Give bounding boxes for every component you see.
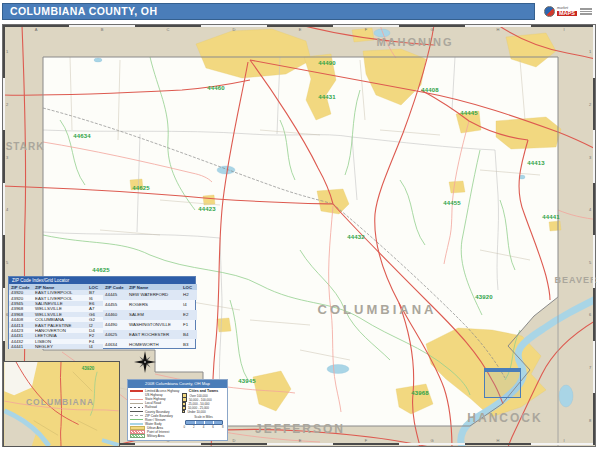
- grid-row-number: 5: [589, 259, 591, 264]
- grid-row-number: 2: [6, 101, 8, 106]
- city-symbol: [182, 410, 185, 413]
- city-population-classes: Over 100,00050,000 - 100,00025,000 - 50,…: [182, 394, 225, 413]
- zip-code-label: 44408: [421, 87, 439, 93]
- grid-row-number: 1: [6, 49, 8, 54]
- sthwy-swatch: [130, 398, 143, 401]
- zip-index-cell: 44445: [103, 290, 127, 300]
- marketmaps-logo: market MAPS: [544, 2, 598, 21]
- grid-column-letter: H: [497, 438, 500, 443]
- zip-index-cell: I4: [181, 300, 197, 310]
- local-swatch: [130, 402, 143, 405]
- zip-index-row: 43920EAST LIVERPOOLI6: [9, 295, 103, 300]
- grid-column-letter: H: [497, 27, 500, 32]
- grid-row-number: 1: [589, 49, 591, 54]
- grid-row-number: 3: [6, 154, 8, 159]
- scale-number: 0: [184, 425, 186, 429]
- legend-item-label: Military Area: [147, 434, 165, 438]
- interstate-swatch: [130, 390, 143, 393]
- compass-rose: [132, 349, 158, 375]
- zip-index-cell: 44455: [103, 300, 127, 310]
- zip-code-label: 43968: [411, 390, 429, 396]
- grid-column-letter: D: [233, 438, 236, 443]
- city-class-row: Under 10,000: [182, 410, 225, 414]
- zip-index-header-cell: ZIP Code: [9, 284, 33, 290]
- neatline-right: [593, 25, 595, 445]
- zip-index-cell: I4: [87, 344, 103, 349]
- grid-row-number: 6: [589, 312, 591, 317]
- zip-index-row: 44431LEETONIAF2: [9, 333, 103, 338]
- grid-column-letter: I: [563, 438, 564, 443]
- grid-row-number: 3: [589, 154, 591, 159]
- zip-code-label: 44455: [443, 200, 461, 206]
- zip-code-label: 44441: [542, 214, 560, 220]
- zip-index-row: 44634HOMEWORTHB3: [103, 339, 197, 349]
- grid-column-letter: E: [299, 27, 302, 32]
- zip-index-cell: H2: [181, 290, 197, 300]
- county-name-label: BEAVER: [555, 275, 598, 285]
- inset-map: COLUMBIANA 43920: [3, 361, 120, 447]
- zip-index-cell: 44441: [9, 344, 33, 349]
- county-name-label: STARK: [6, 141, 45, 152]
- grid-column-letter: A: [35, 27, 38, 32]
- legend-symbol-list: Limited Access HighwayUS HighwayState Hi…: [130, 389, 182, 438]
- zip-index-row: 44441NEGLEYI4: [9, 344, 103, 349]
- grid-row-number: 2: [589, 101, 591, 106]
- zip-index-cell: E2: [181, 310, 197, 320]
- zip-index-header-cell: ZIP Code: [103, 284, 127, 290]
- zip-index-row: 43968WELLSVILLEG6: [9, 312, 103, 317]
- globe-icon: [544, 6, 555, 17]
- zip-index-cell: 44634: [103, 339, 127, 349]
- zip-index-table: ZIP Code Index/Grid Locator ZIP CodeZIP …: [8, 276, 196, 349]
- zip-index-row: 43920EAST LIVERPOOLB7: [9, 290, 103, 295]
- logo-text: market MAPS: [557, 7, 577, 16]
- zip-index-cell: NEW WATERFORD: [127, 290, 181, 300]
- zip-index-cell: F1: [181, 320, 197, 330]
- scale-numbers: 02468: [184, 425, 224, 429]
- inset-extent-indicator: [484, 368, 521, 398]
- zip-index-cell: ROGERS: [127, 300, 181, 310]
- scale-title: Scale in Miles: [182, 415, 225, 419]
- zip-index-row: 44625EAST ROCHESTERB4: [103, 330, 197, 340]
- inset-zip-label: 43920: [82, 366, 95, 371]
- grid-column-letter: E: [299, 438, 302, 443]
- zip-code-label: 44413: [527, 160, 545, 166]
- zip-index-cell: B4: [181, 330, 197, 340]
- zip-code-label: 43945: [238, 378, 256, 384]
- scale-number: 6: [212, 425, 214, 429]
- zip-index-row: 44413EAST PALESTINEI2: [9, 322, 103, 327]
- zip-index-row: 44460SALEME2: [103, 310, 197, 320]
- ushwy-swatch: [130, 394, 143, 397]
- grid-column-letter: F: [365, 27, 367, 32]
- zip-code-label: 44625: [132, 185, 150, 191]
- page-title: COLUMBIANA COUNTY, OH: [3, 4, 534, 19]
- scale-number: 4: [203, 425, 205, 429]
- grid-column-letter: D: [233, 27, 236, 32]
- map-legend: 2008 Columbiana County, OH Map Limited A…: [127, 379, 228, 441]
- grid-column-letter: G: [430, 27, 433, 32]
- stream-swatch: [130, 418, 143, 421]
- grid-column-letter: F: [365, 438, 367, 443]
- city-class-label: Under 10,000: [187, 410, 205, 414]
- scale-bar: [185, 420, 223, 425]
- zip-code-label: 44490: [318, 60, 336, 66]
- legend-title: 2008 Columbiana County, OH Map: [128, 380, 227, 388]
- zip-index-cell: SALEM: [127, 310, 181, 320]
- zip-index-left: ZIP CodeZIP NameLOC 43920EAST LIVERPOOLB…: [9, 284, 103, 349]
- grid-row-number: 7: [589, 364, 591, 369]
- grid-column-letter: G: [430, 438, 433, 443]
- zip-index-row: 44455ROGERSI4: [103, 300, 197, 310]
- grid-column-letter: B: [101, 27, 104, 32]
- zip-index-cell: 44625: [103, 330, 127, 340]
- grid-row-number: 5: [6, 259, 8, 264]
- county-name-label: HANCOCK: [467, 411, 542, 425]
- zip-code-label: 44634: [73, 133, 91, 139]
- county-name-label: COLUMBIANA: [318, 302, 437, 317]
- county-swatch: [130, 410, 143, 413]
- legend-cities-column: Cities and Towns Over 100,00050,000 - 10…: [182, 389, 225, 438]
- inset-county-label: COLUMBIANA: [26, 397, 94, 407]
- zip-swatch: [130, 415, 143, 416]
- zip-index-row: 44408COLUMBIANAG2: [9, 317, 103, 322]
- title-banner: COLUMBIANA COUNTY, OH: [2, 3, 535, 20]
- zip-index-row: 43945SALINEVILLEE6: [9, 301, 103, 306]
- zip-index-cell: 44460: [103, 310, 127, 320]
